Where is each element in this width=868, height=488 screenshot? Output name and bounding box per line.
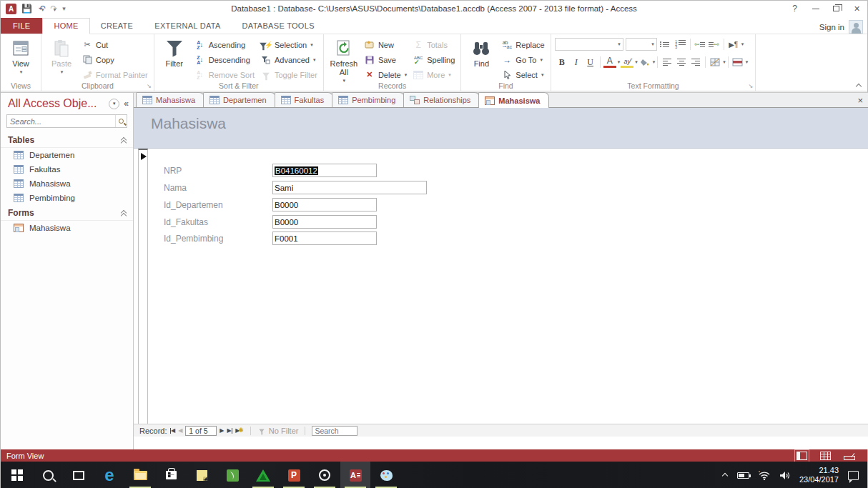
italic-button[interactable]: I	[570, 56, 583, 69]
font-name-dropdown[interactable]: ▾	[555, 38, 623, 51]
descending-button[interactable]: ZA↓Descending	[192, 52, 257, 67]
next-record-button[interactable]: ▶	[220, 428, 224, 434]
font-size-dropdown[interactable]: ▾	[626, 38, 657, 51]
doc-tab-departemen[interactable]: Departemen	[203, 92, 276, 107]
recorder-button[interactable]	[310, 462, 340, 488]
clock[interactable]: 21.43 23/04/2017	[799, 466, 839, 484]
nav-section-tables[interactable]: Tables	[1, 132, 133, 148]
paint-palette-button[interactable]	[371, 462, 401, 488]
doc-tab-mahasiswa-table[interactable]: Mahasiswa	[136, 92, 204, 107]
collapse-ribbon-button[interactable]	[856, 82, 862, 88]
fill-color-button[interactable]	[638, 56, 651, 69]
record-search-input[interactable]	[312, 426, 357, 436]
selection-button[interactable]: ⚡Selection▾	[258, 37, 320, 52]
field-input-nrp[interactable]: B04160012	[272, 164, 377, 177]
close-document-icon[interactable]: ×	[857, 95, 863, 106]
sidebar-item-pembimbing[interactable]: Pembimbing	[1, 191, 133, 205]
coreldraw-button[interactable]	[217, 462, 247, 488]
customize-qat-button[interactable]: ▾	[62, 5, 66, 12]
tab-database-tools[interactable]: DATABASE TOOLS	[232, 19, 325, 34]
sidebar-item-fakultas[interactable]: Fakultas	[1, 162, 133, 176]
highlight-color-button[interactable]: aƴ	[621, 57, 633, 68]
search-icon[interactable]	[115, 115, 127, 127]
bold-button[interactable]: B	[556, 56, 568, 69]
format-painter-button[interactable]: Format Painter	[79, 67, 150, 82]
field-input-nama[interactable]: Sami	[272, 181, 427, 194]
previous-record-button[interactable]: ◀	[178, 428, 182, 434]
tab-file[interactable]: FILE	[1, 18, 42, 34]
last-record-button[interactable]: ▶	[227, 428, 233, 434]
tab-external-data[interactable]: EXTERNAL DATA	[144, 19, 231, 34]
edge-button[interactable]: e	[94, 462, 124, 488]
tab-create[interactable]: CREATE	[90, 19, 144, 34]
first-record-button[interactable]: ◀	[170, 428, 176, 434]
delete-record-button[interactable]: ✕Delete▾	[362, 67, 409, 82]
record-position[interactable]: 1 of 5	[185, 426, 217, 436]
alternate-row-color-button[interactable]	[731, 56, 744, 69]
help-button[interactable]: ?	[784, 1, 805, 16]
wifi-icon[interactable]: *	[759, 471, 770, 480]
collapse-tables-icon[interactable]	[121, 138, 126, 143]
goto-button[interactable]: →Go To▾	[499, 52, 546, 67]
replace-button[interactable]: ab⇀acReplace	[499, 37, 546, 52]
file-explorer-button[interactable]	[125, 462, 155, 488]
sign-in[interactable]: Sign in	[819, 20, 863, 34]
sidebar-item-mahasiswa-form[interactable]: Mahasiswa	[1, 221, 133, 235]
close-button[interactable]: ×	[847, 1, 867, 16]
doc-tab-pembimbing[interactable]: Pembimbing	[332, 92, 405, 107]
volume-icon[interactable]	[779, 471, 790, 480]
nav-section-forms[interactable]: Forms	[1, 205, 133, 221]
redo-button[interactable]: ↷▾	[51, 4, 56, 13]
taskbar-search-button[interactable]	[33, 462, 63, 488]
field-input-id-departemen[interactable]: B0000	[272, 198, 377, 211]
powerpoint-button[interactable]: P	[279, 462, 309, 488]
store-button[interactable]	[156, 462, 186, 488]
doc-tab-fakultas[interactable]: Fakultas	[275, 92, 334, 107]
battery-icon[interactable]	[737, 472, 749, 479]
doc-tab-relationships[interactable]: Relationships	[403, 92, 480, 107]
totals-button[interactable]: ΣTotals	[410, 37, 457, 52]
filter-button[interactable]: Filter	[158, 36, 191, 68]
filter-status[interactable]: No Filter	[257, 427, 299, 435]
increase-indent-button[interactable]: ⇨	[708, 38, 721, 51]
start-button[interactable]	[2, 462, 32, 488]
numbering-button[interactable]: 123	[674, 38, 687, 51]
save-record-button[interactable]: Save	[362, 52, 409, 67]
show-hidden-icons-button[interactable]	[722, 472, 728, 478]
doc-tab-mahasiswa-form[interactable]: Mahasiswa	[478, 92, 549, 108]
font-color-button[interactable]: A	[603, 57, 616, 68]
restore-button[interactable]	[826, 1, 847, 16]
save-button[interactable]: 💾	[21, 4, 32, 13]
status-design-view-icon[interactable]	[844, 452, 854, 460]
align-center-button[interactable]	[675, 56, 688, 69]
advanced-button[interactable]: Advanced▾	[258, 52, 320, 67]
paragraph-direction-button[interactable]: ▶¶	[727, 38, 740, 51]
new-blank-record-button[interactable]: ▶✱	[235, 427, 244, 434]
refresh-all-button[interactable]: Refresh All ▾	[327, 36, 360, 85]
sidebar-item-mahasiswa-table[interactable]: Mahasiswa	[1, 176, 133, 191]
nav-pane-menu-icon[interactable]: ▾	[109, 99, 119, 109]
toggle-filter-button[interactable]: Toggle Filter	[258, 67, 320, 82]
minimize-button[interactable]	[805, 1, 826, 16]
more-button[interactable]: More▾	[410, 67, 457, 82]
action-center-icon[interactable]	[848, 471, 859, 480]
field-input-id-pembimbing[interactable]: F0001	[272, 231, 377, 245]
task-view-button[interactable]	[64, 462, 94, 488]
undo-button[interactable]: ↶▾	[39, 4, 44, 13]
shutter-bar-close-icon[interactable]: «	[124, 99, 129, 109]
nav-search-input[interactable]	[7, 117, 115, 126]
select-button[interactable]: Select▾	[499, 67, 546, 82]
collapse-forms-icon[interactable]	[121, 211, 126, 216]
record-selector[interactable]	[138, 149, 148, 429]
copy-button[interactable]: Copy	[79, 52, 150, 67]
status-form-view-icon[interactable]	[797, 452, 807, 460]
remove-sort-button[interactable]: AZ↕Remove Sort	[192, 67, 257, 82]
gridlines-button[interactable]	[709, 56, 721, 69]
bullets-button[interactable]	[660, 38, 673, 51]
access-taskbar-button[interactable]: A	[340, 462, 370, 488]
spelling-button[interactable]: ABC✓Spelling	[410, 52, 457, 67]
tab-home[interactable]: HOME	[42, 18, 89, 34]
field-input-id-fakultas[interactable]: B0000	[272, 215, 377, 229]
sidebar-item-departemen[interactable]: Departemen	[1, 148, 133, 162]
cut-button[interactable]: ✂Cut	[79, 37, 150, 52]
